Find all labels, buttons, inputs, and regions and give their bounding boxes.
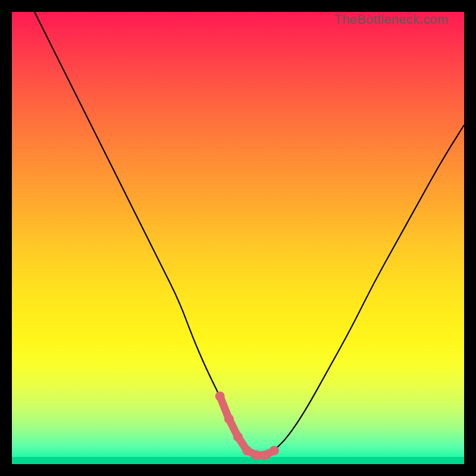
svg-point-5 bbox=[261, 450, 270, 460]
svg-point-2 bbox=[233, 432, 243, 441]
svg-point-6 bbox=[270, 446, 279, 455]
svg-point-3 bbox=[242, 446, 252, 455]
svg-point-1 bbox=[224, 414, 234, 424]
bottleneck-curve bbox=[12, 12, 464, 464]
svg-point-0 bbox=[215, 392, 225, 401]
svg-point-4 bbox=[251, 450, 261, 460]
chart-area: TheBottleneck.com bbox=[12, 12, 464, 464]
watermark-text: TheBottleneck.com bbox=[334, 12, 449, 27]
